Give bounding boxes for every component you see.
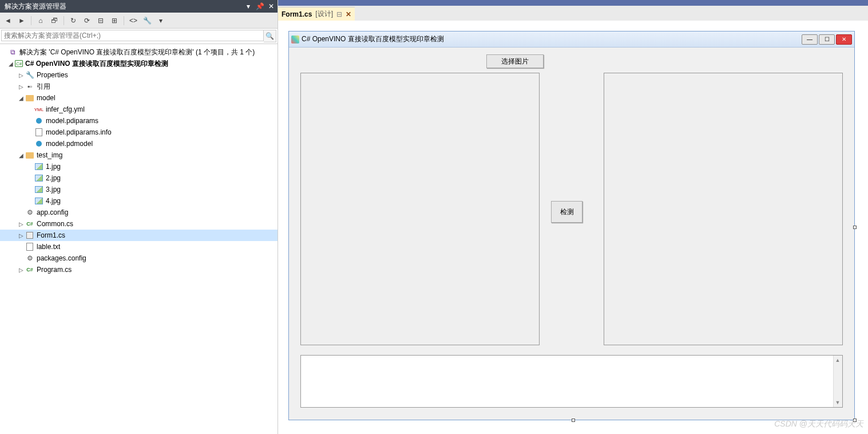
tab-bar: Form1.cs [设计] ⊟ ✕	[278, 6, 868, 21]
view-code-icon[interactable]: <>	[128, 15, 139, 26]
solution-explorer-panel: 解决方案资源管理器 ▾ 📌 ✕ ◄ ► ⌂ 🗗 ↻ ⟳ ⊟ ⊞ <> 🔧 ▾	[0, 0, 278, 434]
collapse-arrow-icon[interactable]: ▷	[17, 71, 25, 79]
yml-icon: YML	[34, 105, 43, 114]
picturebox-left[interactable]	[300, 73, 540, 345]
collapse-arrow-icon[interactable]: ▷	[17, 266, 25, 274]
solution-explorer-header: 解决方案资源管理器 ▾ 📌 ✕	[0, 0, 278, 13]
file-program-cs[interactable]: ▷ C# Program.cs	[0, 264, 278, 275]
file-form1-cs[interactable]: ▷ Form1.cs	[0, 230, 278, 241]
tab-form1[interactable]: Form1.cs [设计] ⊟ ✕	[278, 7, 355, 21]
tab-label: Form1.cs	[282, 10, 312, 18]
wrench-icon: 🔧	[25, 70, 34, 80]
file-pdiparams[interactable]: model.pdiparams	[0, 115, 278, 127]
file-pdmodel[interactable]: model.pdmodel	[0, 138, 278, 149]
winform-titlebar: C# OpenVINO 直接读取百度模型实现印章检测 — ☐ ✕	[289, 31, 854, 48]
home-icon[interactable]: ⌂	[35, 15, 46, 26]
menu-strip	[278, 0, 868, 6]
forward-icon[interactable]: ►	[16, 15, 27, 26]
blob-icon	[34, 139, 43, 148]
detect-button[interactable]: 检测	[551, 201, 582, 223]
blob-icon	[34, 116, 43, 125]
form-icon	[25, 231, 34, 240]
form-body: 选择图片 检测 ▲ ▼	[289, 48, 854, 420]
file-icon	[34, 128, 43, 137]
solution-node[interactable]: ⧉ 解决方案 'C# OpenVINO 直接读取百度模型实现印章检测' (1 个…	[0, 46, 278, 58]
winform-title-text: C# OpenVINO 直接读取百度模型实现印章检测	[302, 34, 444, 44]
separator	[124, 16, 124, 25]
output-textbox[interactable]: ▲ ▼	[300, 355, 843, 408]
file-packages-config[interactable]: ⚙ packages.config	[0, 252, 278, 264]
file-1jpg[interactable]: 1.jpg	[0, 161, 278, 172]
file-4jpg[interactable]: 4.jpg	[0, 195, 278, 207]
pin-icon[interactable]: 📌	[256, 2, 264, 10]
app-icon	[291, 35, 299, 44]
config-icon: ⚙	[25, 208, 34, 217]
file-3jpg[interactable]: 3.jpg	[0, 184, 278, 195]
pin-icon[interactable]: ⊟	[336, 10, 342, 18]
collapse-arrow-icon[interactable]: ▷	[17, 231, 25, 239]
more-icon[interactable]: ▾	[155, 15, 167, 26]
references-icon: ▪▫	[25, 82, 34, 91]
collapse-icon[interactable]: ⊟	[95, 15, 106, 26]
solution-tree: ⧉ 解决方案 'C# OpenVINO 直接读取百度模型实现印章检测' (1 个…	[0, 44, 278, 434]
designer-surface[interactable]: C# OpenVINO 直接读取百度模型实现印章检测 — ☐ ✕ 选择图片	[278, 21, 868, 434]
picturebox-right[interactable]	[604, 73, 843, 345]
references-node[interactable]: ▷ ▪▫ 引用	[0, 81, 278, 92]
file-infer-cfg[interactable]: YML infer_cfg.yml	[0, 104, 278, 115]
back-icon[interactable]: ◄	[2, 15, 14, 26]
sync-icon[interactable]: ↻	[68, 15, 79, 26]
search-input[interactable]	[1, 30, 264, 41]
tab-suffix: [设计]	[315, 9, 333, 19]
csharp-project-icon: C#	[15, 60, 23, 67]
separator	[64, 16, 64, 25]
select-image-button[interactable]: 选择图片	[486, 54, 544, 68]
file-2jpg[interactable]: 2.jpg	[0, 172, 278, 184]
document-area: Form1.cs [设计] ⊟ ✕ C# OpenVINO 直接读取百度模型实现…	[278, 0, 868, 434]
folder-icon	[25, 93, 34, 102]
switch-view-icon[interactable]: 🗗	[49, 15, 60, 26]
expand-arrow-icon[interactable]: ◢	[17, 94, 25, 102]
resize-handle[interactable]	[572, 419, 575, 422]
image-icon	[34, 173, 43, 183]
csharp-icon: C#	[25, 219, 34, 228]
collapse-arrow-icon[interactable]: ▷	[17, 82, 25, 90]
folder-test-img[interactable]: ◢ test_img	[0, 149, 278, 161]
scroll-up-icon[interactable]: ▲	[833, 356, 842, 365]
solution-label: 解决方案 'C# OpenVINO 直接读取百度模型实现印章检测' (1 个项目…	[19, 48, 255, 57]
file-app-config[interactable]: ⚙ app.config	[0, 207, 278, 218]
panel-title: 解决方案资源管理器	[2, 2, 66, 11]
winform-preview[interactable]: C# OpenVINO 直接读取百度模型实现印章检测 — ☐ ✕ 选择图片	[288, 31, 855, 420]
file-common-cs[interactable]: ▷ C# Common.cs	[0, 218, 278, 230]
search-button[interactable]: 🔍	[264, 30, 276, 42]
project-node[interactable]: ◢ C# C# OpenVINO 直接读取百度模型实现印章检测	[0, 58, 278, 69]
scrollbar[interactable]: ▲ ▼	[833, 356, 842, 407]
image-icon	[34, 196, 43, 206]
project-label: C# OpenVINO 直接读取百度模型实现印章检测	[25, 59, 168, 69]
properties-icon[interactable]: 🔧	[141, 15, 153, 26]
dropdown-icon[interactable]: ▾	[244, 2, 252, 10]
csharp-icon: C#	[25, 265, 34, 274]
refresh-icon[interactable]: ⟳	[81, 15, 93, 26]
collapse-arrow-icon[interactable]: ▷	[17, 220, 25, 228]
file-pdiparams-info[interactable]: model.pdiparams.info	[0, 127, 278, 138]
show-all-icon[interactable]: ⊞	[109, 15, 120, 26]
folder-model[interactable]: ◢ model	[0, 92, 278, 104]
close-icon[interactable]: ✕	[267, 2, 275, 10]
solution-toolbar: ◄ ► ⌂ 🗗 ↻ ⟳ ⊟ ⊞ <> 🔧 ▾	[0, 13, 278, 29]
maximize-button[interactable]: ☐	[819, 34, 835, 45]
file-lable-txt[interactable]: lable.txt	[0, 241, 278, 252]
resize-handle[interactable]	[853, 226, 857, 229]
expand-arrow-icon[interactable]: ◢	[7, 60, 15, 68]
scroll-down-icon[interactable]: ▼	[833, 398, 842, 407]
close-button[interactable]: ✕	[836, 34, 852, 45]
solution-icon: ⧉	[8, 48, 17, 57]
minimize-button[interactable]: —	[802, 34, 818, 45]
watermark: CSDN @天天代码码天天	[774, 419, 863, 429]
close-icon[interactable]: ✕	[346, 10, 351, 18]
separator	[31, 16, 31, 25]
folder-icon	[25, 151, 34, 160]
image-icon	[34, 185, 43, 194]
properties-node[interactable]: ▷ 🔧 Properties	[0, 69, 278, 81]
expand-arrow-icon[interactable]: ◢	[17, 151, 25, 159]
image-icon	[34, 162, 43, 171]
